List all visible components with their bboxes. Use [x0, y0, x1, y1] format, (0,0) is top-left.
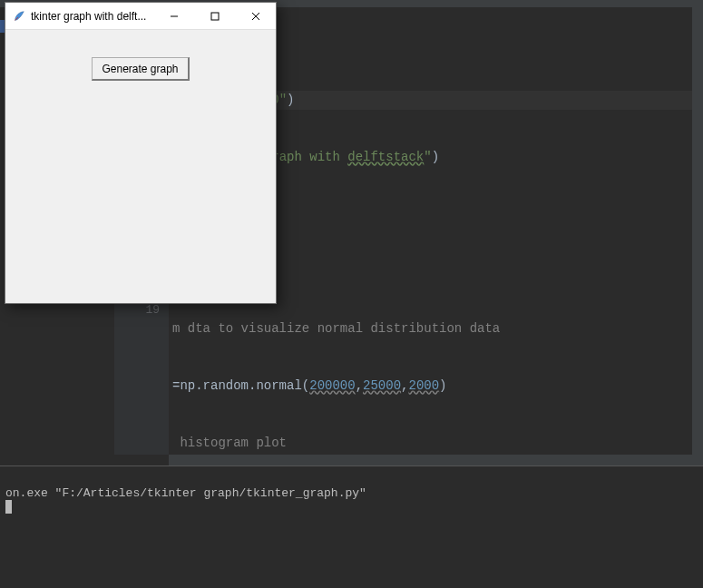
tk-window[interactable]: tkinter graph with delft... Generate gra…: [5, 2, 277, 304]
window-controls: [153, 3, 276, 29]
code-line: histogram plot: [172, 434, 703, 453]
minimize-button[interactable]: [153, 3, 194, 29]
terminal-output: on.exe "F:/Articles/tkinter graph/tkinte…: [5, 486, 366, 500]
close-button[interactable]: [235, 3, 276, 29]
maximize-icon: [210, 12, 220, 21]
terminal-caret: [5, 500, 12, 514]
terminal-pane[interactable]: on.exe "F:/Articles/tkinter graph/tkinte…: [0, 466, 703, 588]
generate-graph-button[interactable]: Generate graph: [92, 57, 189, 81]
code-line: m dta to visualize normal distribution d…: [172, 319, 703, 338]
tk-body: Generate graph: [5, 30, 276, 303]
svg-rect-1: [211, 13, 219, 20]
horizontal-scrollbar[interactable]: [169, 455, 703, 466]
maximize-button[interactable]: [194, 3, 235, 29]
minimize-icon: [170, 12, 179, 21]
tk-title: tkinter graph with delft...: [31, 10, 153, 23]
tk-feather-icon: [13, 10, 25, 23]
close-icon: [251, 12, 260, 21]
tk-titlebar[interactable]: tkinter graph with delft...: [5, 3, 276, 30]
code-line: =np.random.normal(200000,25000,2000): [172, 377, 703, 396]
vertical-scrollbar[interactable]: [692, 7, 703, 455]
